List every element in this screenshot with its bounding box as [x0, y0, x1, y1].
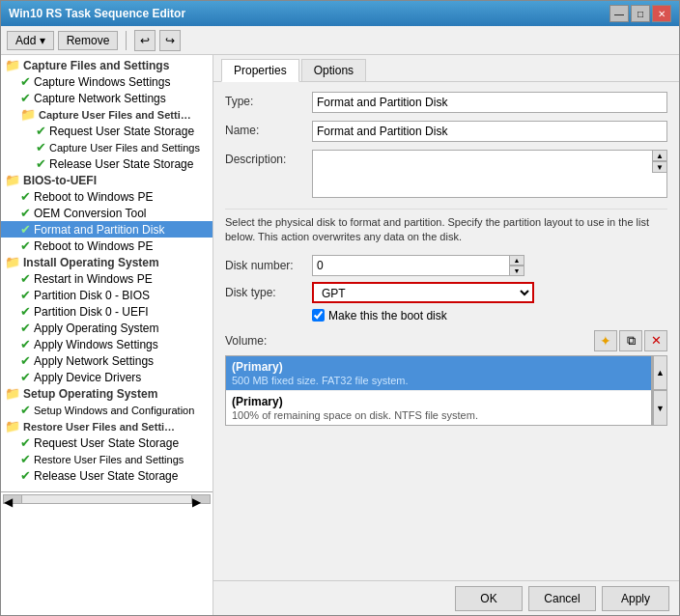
check-icon: ✔ [36, 124, 46, 138]
volume-item-2[interactable]: (Primary) 100% of remaining space on dis… [226, 390, 651, 425]
folder-icon: 📁 [5, 419, 20, 434]
item-request-user-state[interactable]: ✔ Request User State Storage [1, 123, 212, 139]
name-value-wrap [312, 121, 667, 142]
group-setup-label: Setup Operating System [23, 387, 157, 401]
group-bios-uefi[interactable]: 📁 BIOS-to-UEFI [1, 172, 212, 188]
item-capture-windows[interactable]: ✔ Capture Windows Settings [1, 73, 212, 90]
item-request-user-2[interactable]: ✔ Request User State Storage [1, 434, 212, 451]
name-label: Name: [225, 121, 312, 137]
vol-delete-button[interactable]: ✕ [644, 330, 667, 351]
item-label: Request User State Storage [34, 436, 179, 450]
item-release-user-2[interactable]: ✔ Release User State Storage [1, 467, 212, 484]
vol-title-2: (Primary) [232, 395, 645, 408]
desc-row: Description: ▲ ▼ [225, 150, 667, 201]
group-restore-files[interactable]: 📁 Restore User Files and Setti… [1, 418, 212, 434]
apply-button[interactable]: Apply [602, 586, 669, 611]
disk-type-label: Disk type: [225, 286, 312, 299]
check-icon: ✔ [20, 288, 31, 302]
item-partition-uefi[interactable]: ✔ Partition Disk 0 - UEFI [1, 303, 212, 320]
vol-scroll-down[interactable]: ▼ [653, 390, 667, 426]
item-reboot-winpe[interactable]: ✔ Reboot to Windows PE [1, 188, 212, 205]
name-input[interactable] [312, 121, 667, 142]
scroll-arrows: ▲ ▼ [652, 150, 667, 173]
undo-icon[interactable]: ↩ [134, 30, 156, 51]
item-label: Reboot to Windows PE [34, 239, 153, 253]
disk-number-label: Disk number: [225, 259, 312, 272]
group-capture-user[interactable]: 📁 Capture User Files and Setti… [1, 106, 212, 123]
check-icon: ✔ [20, 337, 31, 351]
item-apply-drivers[interactable]: ✔ Apply Device Drivers [1, 369, 212, 385]
desc-label: Description: [225, 150, 312, 166]
minimize-button[interactable]: — [609, 5, 629, 22]
disk-number-up[interactable]: ▲ [509, 255, 524, 266]
close-button[interactable]: ✕ [652, 5, 671, 22]
title-bar: Win10 RS Task Sequence Editor — □ ✕ [1, 1, 679, 26]
item-apply-network[interactable]: ✔ Apply Network Settings [1, 352, 212, 369]
scroll-down-arrow[interactable]: ▼ [652, 161, 667, 173]
item-reboot-winpe-2[interactable]: ✔ Reboot to Windows PE [1, 238, 212, 254]
vol-desc-2: 100% of remaining space on disk. NTFS fi… [232, 409, 645, 421]
volume-item-1[interactable]: (Primary) 500 MB fixed size. FAT32 file … [226, 356, 651, 390]
disk-number-down[interactable]: ▼ [509, 266, 524, 276]
group-bios-label: BIOS-to-UEFI [23, 174, 97, 187]
item-label: Restart in Windows PE [34, 272, 153, 286]
item-label: Release User State Storage [34, 469, 178, 483]
type-label: Type: [225, 92, 312, 108]
disk-number-input[interactable] [312, 255, 510, 276]
check-icon: ✔ [20, 189, 31, 204]
scrollbar-x[interactable]: ◀ ▶ [1, 491, 212, 505]
boot-disk-checkbox[interactable] [312, 309, 325, 322]
item-label: Request User State Storage [49, 125, 194, 138]
item-partition-bios[interactable]: ✔ Partition Disk 0 - BIOS [1, 287, 212, 303]
item-label: Partition Disk 0 - BIOS [34, 289, 150, 302]
item-setup-windows[interactable]: ✔ Setup Windows and Configuration [1, 402, 212, 418]
item-restore-user[interactable]: ✔ Restore User Files and Settings [1, 451, 212, 467]
item-label: OEM Conversion Tool [34, 207, 147, 220]
scroll-left[interactable]: ◀ [3, 494, 22, 504]
vol-scroll-up[interactable]: ▲ [653, 355, 667, 391]
remove-button[interactable]: Remove [58, 31, 119, 50]
tab-options[interactable]: Options [301, 59, 366, 81]
item-release-user-state[interactable]: ✔ Release User State Storage [1, 155, 212, 172]
item-apply-windows[interactable]: ✔ Apply Windows Settings [1, 336, 212, 352]
check-icon: ✔ [20, 403, 31, 417]
maximize-button[interactable]: □ [631, 5, 650, 22]
item-oem-conversion[interactable]: ✔ OEM Conversion Tool [1, 205, 212, 221]
desc-textarea[interactable] [312, 150, 667, 198]
item-label: Apply Device Drivers [34, 371, 141, 384]
ok-button[interactable]: OK [455, 586, 523, 611]
group-capture-files[interactable]: 📁 Capture Files and Settings [1, 57, 212, 73]
vol-copy-button[interactable]: ⧉ [619, 330, 642, 351]
check-icon: ✔ [20, 370, 31, 384]
item-capture-user-files[interactable]: ✔ Capture User Files and Settings [1, 139, 212, 155]
item-label: Reboot to Windows PE [34, 190, 153, 204]
item-label: Release User State Storage [49, 157, 193, 171]
group-install-label: Install Operating System [23, 256, 159, 269]
check-icon: ✔ [20, 321, 31, 335]
type-row: Type: [225, 92, 667, 113]
item-capture-network[interactable]: ✔ Capture Network Settings [1, 90, 212, 106]
item-format-partition[interactable]: ✔ Format and Partition Disk [1, 221, 212, 238]
check-icon: ✔ [20, 238, 31, 253]
group-setup-os[interactable]: 📁 Setup Operating System [1, 385, 212, 402]
redo-icon[interactable]: ↪ [159, 30, 181, 51]
volume-label: Volume: [225, 334, 267, 348]
item-label: Apply Network Settings [34, 354, 154, 368]
scroll-up-arrow[interactable]: ▲ [652, 150, 667, 161]
properties-area: Type: Name: Description: [213, 82, 679, 580]
window-title: Win10 RS Task Sequence Editor [9, 7, 185, 20]
item-restart-winpe[interactable]: ✔ Restart in Windows PE [1, 270, 212, 287]
cancel-button[interactable]: Cancel [528, 586, 596, 611]
scroll-right[interactable]: ▶ [191, 494, 211, 504]
add-button[interactable]: Add ▾ [7, 31, 54, 50]
group-restore-label: Restore User Files and Setti… [23, 421, 175, 433]
folder-icon: 📁 [20, 107, 36, 122]
folder-icon: 📁 [5, 386, 20, 401]
type-input[interactable] [312, 92, 667, 113]
item-apply-os[interactable]: ✔ Apply Operating System [1, 320, 212, 336]
group-install-os[interactable]: 📁 Install Operating System [1, 254, 212, 270]
tab-properties[interactable]: Properties [221, 59, 299, 82]
disk-type-select[interactable]: GPT MBR [312, 282, 534, 303]
title-controls: — □ ✕ [609, 5, 671, 22]
vol-add-button[interactable]: ✦ [594, 330, 617, 351]
